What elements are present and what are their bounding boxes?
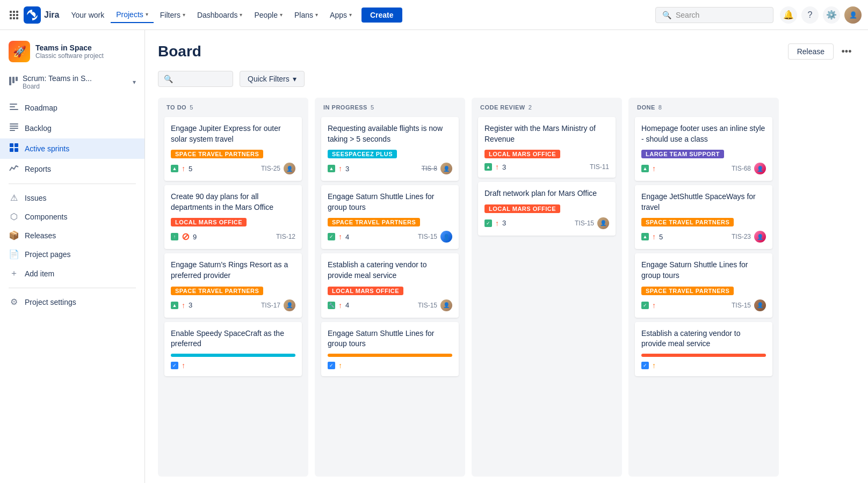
- jira-logo[interactable]: Jira: [24, 6, 59, 24]
- settings-button[interactable]: ⚙️: [823, 6, 840, 24]
- reports-label: Reports: [25, 165, 51, 173]
- board-header: Board Release •••: [158, 43, 855, 60]
- sidebar-item-add-item[interactable]: ＋ Add item: [0, 264, 144, 283]
- card-tis15catering-title: Establish a catering vendor to provide m…: [328, 260, 452, 281]
- improvement-type-icon: 🔧: [328, 302, 335, 309]
- card-saturn-ip-partial[interactable]: Engage Saturn Shuttle Lines for group to…: [321, 322, 459, 376]
- story-type-icon: ▲: [171, 165, 178, 172]
- board-search-box[interactable]: 🔍: [158, 71, 233, 87]
- card-tis25-footer: ▲ ↑ 5 TIS-25 👤: [171, 163, 295, 174]
- more-options-button[interactable]: •••: [838, 43, 855, 60]
- card-issue-id: TIS-15: [418, 302, 437, 309]
- card-tis8[interactable]: Requesting available flights is now taki…: [321, 117, 459, 181]
- svg-rect-8: [16, 17, 18, 19]
- card-tis15-ip[interactable]: Engage Saturn Shuttle Lines for group to…: [321, 185, 459, 249]
- card-issue-id: TIS-15: [575, 219, 594, 227]
- card-catering-done-partial[interactable]: Establish a catering vendor to provide m…: [635, 322, 772, 376]
- svg-rect-10: [12, 77, 15, 83]
- card-speedy-footer: ✓ ↑: [171, 361, 295, 370]
- nav-people[interactable]: People ▾: [249, 8, 288, 23]
- task-type-icon: ✓: [641, 302, 649, 309]
- nav-your-work[interactable]: Your work: [66, 8, 110, 23]
- card-tis15ip-title: Engage Saturn Shuttle Lines for group to…: [328, 192, 452, 213]
- sidebar-item-project-pages[interactable]: 📄 Project pages: [0, 245, 144, 264]
- backlog-label: Backlog: [25, 124, 52, 133]
- create-button[interactable]: Create: [361, 8, 402, 23]
- settings-nav-icon: ⚙: [9, 297, 19, 307]
- sidebar-item-reports[interactable]: Reports: [0, 159, 144, 179]
- chevron-down-icon: ▾: [280, 12, 283, 18]
- help-button[interactable]: ?: [801, 6, 819, 24]
- svg-rect-15: [10, 123, 18, 125]
- card-tis11-label: LOCAL MARS OFFICE: [484, 150, 560, 158]
- column-codereview: CODE REVIEW 2 Register with the Mars Min…: [472, 98, 622, 477]
- card-saturn-ip-title: Engage Saturn Shuttle Lines for group to…: [328, 328, 452, 349]
- backlog-icon: [9, 122, 19, 134]
- svg-rect-5: [16, 14, 18, 16]
- grid-menu-icon[interactable]: [6, 8, 21, 23]
- svg-rect-11: [16, 77, 18, 81]
- nav-dashboards[interactable]: Dashboards ▾: [192, 8, 248, 23]
- card-tis8-footer: ▲ ↑ 3 TIS-8 👤: [328, 163, 452, 174]
- card-points: 5: [659, 233, 663, 241]
- quick-filters-button[interactable]: Quick Filters ▾: [240, 71, 305, 87]
- releases-icon: 📦: [9, 230, 19, 240]
- nav-projects[interactable]: Projects ▾: [111, 7, 154, 23]
- column-done-header: DONE 8: [635, 104, 772, 111]
- card-issue-id: TIS-23: [732, 233, 751, 240]
- chevron-down-icon: ▾: [183, 12, 185, 18]
- card-tis15-saturn-done[interactable]: Engage Saturn Shuttle Lines for group to…: [635, 253, 772, 317]
- card-tis15-draft[interactable]: Draft network plan for Mars Office LOCAL…: [478, 182, 616, 236]
- nav-filters[interactable]: Filters ▾: [155, 8, 191, 23]
- components-label: Components: [25, 213, 67, 221]
- column-todo-header: TO DO 5: [164, 104, 302, 111]
- card-tis15draft-label: LOCAL MARS OFFICE: [484, 204, 560, 213]
- sidebar-item-releases[interactable]: 📦 Releases: [0, 226, 144, 245]
- card-tis23[interactable]: Engage JetShuttle SpaceWays for travel S…: [635, 185, 772, 249]
- sidebar-item-active-sprints[interactable]: Active sprints: [0, 138, 144, 159]
- column-done-title: DONE: [637, 104, 655, 111]
- top-navigation: Jira Your work Projects ▾ Filters ▾ Dash…: [0, 0, 868, 30]
- nav-plans[interactable]: Plans ▾: [289, 8, 323, 23]
- card-tis17-title: Engage Saturn's Rings Resort as a prefer…: [171, 260, 295, 281]
- priority-high-icon: ↑: [338, 164, 342, 173]
- card-tis15-catering[interactable]: Establish a catering vendor to provide m…: [321, 253, 459, 317]
- card-tis-speedy[interactable]: Enable Speedy SpaceCraft as the preferre…: [164, 322, 302, 376]
- board-selector-label: Scrum: Teams in S...: [23, 74, 92, 83]
- card-tis25[interactable]: Engage Jupiter Express for outer solar s…: [164, 117, 302, 181]
- nav-apps[interactable]: Apps ▾: [324, 8, 357, 23]
- task-type-icon: ✓: [484, 219, 492, 227]
- card-tis68[interactable]: Homepage footer uses an inline style - s…: [635, 117, 772, 181]
- board-selector[interactable]: Scrum: Teams in S... Board ▾: [0, 71, 144, 98]
- priority-high-icon: ↑: [338, 232, 342, 241]
- card-partial-indicator: [641, 354, 766, 357]
- sidebar-item-roadmap[interactable]: Roadmap: [0, 98, 144, 118]
- sidebar-item-backlog[interactable]: Backlog: [0, 118, 144, 138]
- card-tis17[interactable]: Engage Saturn's Rings Resort as a prefer…: [164, 253, 302, 317]
- sidebar-item-issues[interactable]: ⚠ Issues: [0, 188, 144, 207]
- user-avatar[interactable]: 👤: [844, 6, 862, 24]
- priority-high-icon: ↑: [652, 232, 656, 241]
- card-tis11[interactable]: Register with the Mars Ministry of Reven…: [478, 117, 616, 178]
- search-box[interactable]: 🔍 Search: [655, 7, 773, 23]
- card-partial-indicator: [328, 354, 452, 357]
- release-button[interactable]: Release: [788, 43, 834, 60]
- sidebar-item-project-settings[interactable]: ⚙ Project settings: [0, 292, 144, 311]
- card-tis15draft-footer: ✓ ↑ 3 TIS-15 👤: [484, 217, 609, 229]
- card-points: 9: [193, 233, 197, 241]
- card-avatar: 👤: [440, 231, 452, 243]
- card-tis12[interactable]: Create 90 day plans for all departments …: [164, 185, 302, 249]
- card-tis15saturndone-label: SPACE TRAVEL PARTNERS: [641, 287, 734, 295]
- svg-rect-20: [15, 143, 18, 147]
- svg-rect-22: [15, 148, 18, 152]
- card-issue-id: TIS-12: [276, 233, 295, 240]
- card-tis12-footer: ↑ ⊘ 9 TIS-12: [171, 231, 295, 243]
- project-pages-label: Project pages: [25, 250, 71, 259]
- sidebar-item-components[interactable]: ⬡ Components: [0, 207, 144, 226]
- notifications-button[interactable]: 🔔: [780, 6, 797, 24]
- card-points: 3: [189, 301, 192, 309]
- column-inprogress-count: 5: [371, 104, 374, 111]
- svg-rect-12: [10, 104, 17, 105]
- priority-high-icon: ↑: [495, 163, 499, 171]
- priority-high-icon: ↑: [652, 164, 656, 173]
